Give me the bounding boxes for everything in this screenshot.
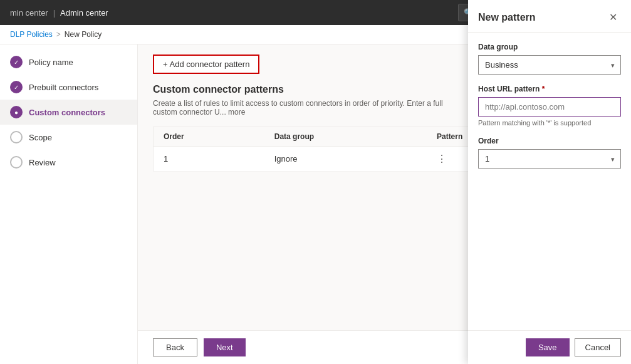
panel-body: Data group Business Non-Business Blocked…	[468, 33, 631, 330]
back-button[interactable]: Back	[153, 338, 197, 356]
host-url-input[interactable]	[478, 97, 621, 117]
col-data-group: Data group	[264, 127, 427, 147]
data-group-select-wrapper: Business Non-Business Blocked Ignore ▾	[478, 55, 621, 75]
panel-title: New pattern	[478, 12, 536, 23]
app-name: min center	[10, 8, 48, 18]
sidebar-item-prebuilt-connectors[interactable]: ✓ Prebuilt connectors	[0, 75, 137, 100]
cell-data-group: Ignore	[264, 147, 427, 172]
section-desc: Create a list of rules to limit access t…	[153, 99, 466, 117]
sidebar-label-custom: Custom connectors	[29, 108, 105, 117]
sidebar-label-review: Review	[29, 158, 56, 167]
panel-close-button[interactable]: ✕	[605, 10, 621, 24]
order-label: Order	[478, 137, 621, 145]
sidebar-label-scope: Scope	[29, 133, 52, 142]
cancel-button[interactable]: Cancel	[575, 338, 621, 356]
host-url-hint: Pattern matching with '*' is supported	[478, 119, 621, 127]
order-select[interactable]: 1 2 3	[478, 149, 621, 169]
breadcrumb-current: New Policy	[65, 30, 102, 39]
new-pattern-panel: New pattern ✕ Data group Business Non-Bu…	[468, 0, 631, 364]
breadcrumb-separator: >	[56, 30, 61, 39]
admin-label: Admin center	[60, 8, 108, 18]
sidebar-circle-scope	[10, 131, 23, 143]
sidebar-item-review[interactable]: Review	[0, 150, 137, 175]
top-bar-sep: |	[53, 8, 55, 18]
add-connector-button[interactable]: + Add connector pattern	[153, 55, 259, 74]
add-connector-label: + Add connector pattern	[163, 60, 249, 69]
sidebar-item-scope[interactable]: Scope	[0, 125, 137, 150]
sidebar-label-policy-name: Policy name	[29, 58, 73, 67]
sidebar-item-custom-connectors[interactable]: ● Custom connectors	[0, 100, 137, 125]
data-group-label: Data group	[478, 43, 621, 51]
sidebar: ✓ Policy name ✓ Prebuilt connectors ● Cu…	[0, 44, 138, 364]
sidebar-circle-review	[10, 156, 23, 169]
col-order: Order	[154, 127, 264, 147]
sidebar-item-policy-name[interactable]: ✓ Policy name	[0, 49, 137, 75]
required-marker: *	[542, 85, 545, 93]
sidebar-circle-custom: ●	[10, 106, 23, 118]
cell-order: 1	[154, 147, 264, 172]
breadcrumb-parent[interactable]: DLP Policies	[10, 30, 53, 39]
save-button[interactable]: Save	[526, 338, 570, 356]
sidebar-label-prebuilt: Prebuilt connectors	[29, 83, 98, 92]
host-url-label: Host URL pattern *	[478, 85, 621, 93]
panel-footer: Save Cancel	[468, 330, 631, 364]
panel-header: New pattern ✕	[468, 0, 631, 33]
order-select-wrapper: 1 2 3 ▾	[478, 149, 621, 169]
sidebar-circle-policy-name: ✓	[10, 56, 23, 68]
data-group-select[interactable]: Business Non-Business Blocked Ignore	[478, 55, 621, 75]
sidebar-circle-prebuilt: ✓	[10, 81, 23, 93]
row-more-icon[interactable]: ⋮	[437, 153, 447, 164]
next-button[interactable]: Next	[204, 338, 246, 356]
